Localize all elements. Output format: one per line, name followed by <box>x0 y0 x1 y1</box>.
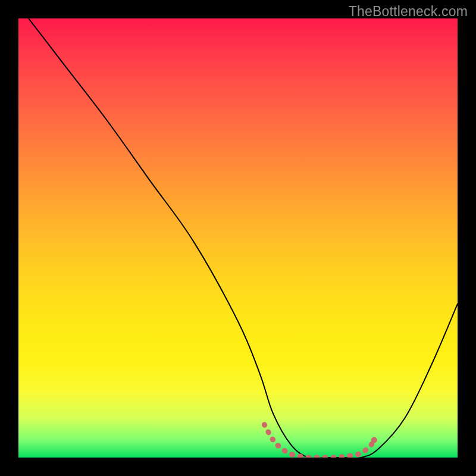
chart-svg <box>18 18 458 458</box>
optimal-marker <box>371 437 377 443</box>
chart-frame: TheBottleneck.com <box>0 0 476 476</box>
chart-plot-area <box>18 18 458 458</box>
watermark-text: TheBottleneck.com <box>349 4 468 20</box>
bottleneck-curve <box>18 18 458 458</box>
